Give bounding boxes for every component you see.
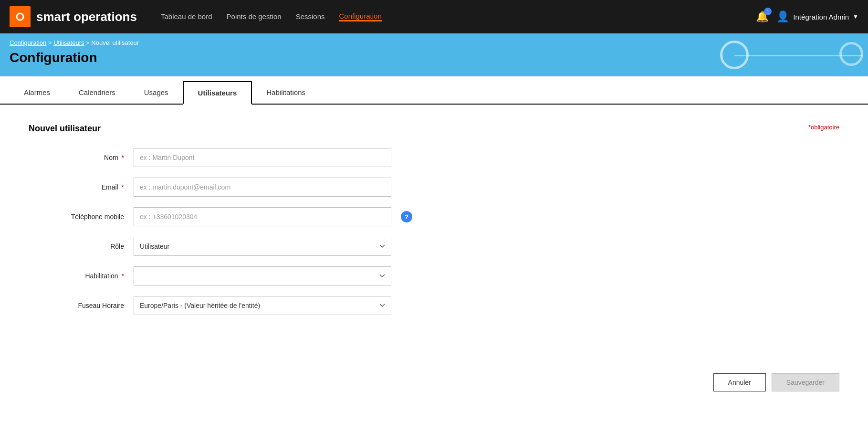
breadcrumb-current: Nouvel utilisateur	[91, 39, 139, 46]
email-field[interactable]	[134, 178, 391, 197]
habilitation-row: Habilitation *	[29, 266, 839, 285]
breadcrumb-sep-1: >	[48, 39, 53, 46]
required-text: obligatoire	[811, 124, 839, 131]
form-title: Nouvel utilisateur	[29, 124, 839, 134]
tabs-container: Alarmes Calendriers Usages Utilisateurs …	[0, 81, 868, 105]
header-right: 🔔 1 👤 Intégration Admin ▼	[756, 11, 858, 23]
breadcrumb-configuration[interactable]: Configuration	[10, 39, 46, 46]
svg-rect-0	[13, 10, 27, 23]
main-nav: Tableau de bord Points de gestion Sessio…	[161, 12, 742, 21]
tab-calendriers[interactable]: Calendriers	[64, 81, 130, 104]
chevron-down-icon: ▼	[853, 13, 858, 20]
nom-field[interactable]	[134, 148, 391, 167]
telephone-label: Téléphone mobile	[29, 213, 124, 221]
role-label: Rôle	[29, 243, 124, 250]
nav-points-de-gestion[interactable]: Points de gestion	[227, 12, 282, 21]
buttons-row: Annuler Sauvegarder	[0, 364, 868, 401]
main-content: Nouvel utilisateur *obligatoire Nom * Em…	[0, 105, 868, 345]
habilitation-required-star: *	[120, 272, 124, 280]
timezone-select[interactable]: Europe/Paris - (Valeur héritée de l'enti…	[134, 296, 391, 315]
telephone-field[interactable]	[134, 207, 391, 226]
habilitation-select[interactable]	[134, 266, 391, 285]
telephone-help-icon[interactable]: ?	[401, 211, 412, 222]
habilitation-label: Habilitation *	[29, 272, 124, 280]
tab-habilitations[interactable]: Habilitations	[252, 81, 320, 104]
required-note: *obligatoire	[808, 124, 839, 131]
notification-bell[interactable]: 🔔 1	[756, 11, 769, 23]
notification-badge: 1	[764, 8, 772, 15]
telephone-row: Téléphone mobile ?	[29, 207, 839, 226]
user-name: Intégration Admin	[793, 13, 849, 21]
email-required-star: *	[120, 183, 124, 191]
timezone-row: Fuseau Horaire Europe/Paris - (Valeur hé…	[29, 296, 839, 315]
deco-circle-2	[839, 42, 863, 66]
page-header-bar: Configuration > Utilisateurs > Nouvel ut…	[0, 33, 868, 76]
save-button[interactable]: Sauvegarder	[772, 373, 839, 391]
nav-tableau-de-bord[interactable]: Tableau de bord	[161, 12, 212, 21]
email-label: Email *	[29, 183, 124, 191]
tab-utilisateurs[interactable]: Utilisateurs	[183, 81, 252, 105]
email-row: Email *	[29, 178, 839, 197]
logo-text: smart operations	[36, 10, 137, 24]
nom-row: Nom *	[29, 148, 839, 167]
bar-decoration	[725, 33, 868, 76]
nav-configuration[interactable]: Configuration	[339, 12, 382, 21]
nom-required-star: *	[120, 154, 124, 161]
timezone-label: Fuseau Horaire	[29, 302, 124, 309]
logo: smart operations	[10, 6, 137, 27]
role-select[interactable]: Utilisateur Administrateur	[134, 237, 391, 256]
cancel-button[interactable]: Annuler	[713, 373, 766, 391]
header: smart operations Tableau de bord Points …	[0, 0, 868, 33]
tab-usages[interactable]: Usages	[130, 81, 183, 104]
tab-alarmes[interactable]: Alarmes	[10, 81, 64, 104]
breadcrumb-utilisateurs[interactable]: Utilisateurs	[53, 39, 84, 46]
breadcrumb-sep-2: >	[86, 39, 91, 46]
user-menu[interactable]: 👤 Intégration Admin ▼	[776, 11, 858, 23]
nom-label: Nom *	[29, 154, 124, 161]
user-avatar-icon: 👤	[776, 11, 789, 23]
nav-sessions[interactable]: Sessions	[296, 12, 325, 21]
role-row: Rôle Utilisateur Administrateur	[29, 237, 839, 256]
orange-logo-square	[10, 6, 31, 27]
